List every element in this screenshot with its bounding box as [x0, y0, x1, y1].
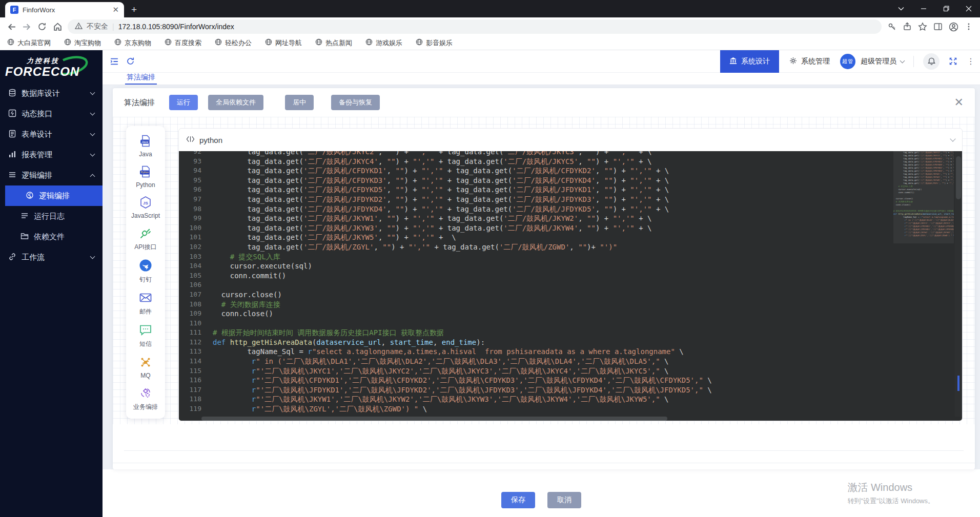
bookmark-item[interactable]: 百度搜索: [165, 38, 201, 48]
close-window-icon[interactable]: [957, 0, 980, 17]
bookmark-item[interactable]: 热点新闻: [315, 38, 352, 48]
sidebar-item-报表管理[interactable]: 报表管理: [0, 144, 103, 165]
sidebar-item-动态接口[interactable]: 动态接口: [0, 104, 103, 124]
address-bar[interactable]: 不安全 | 172.18.0.105:8090/FinforWorx/index: [68, 19, 882, 34]
user-chevron-down-icon[interactable]: [900, 58, 905, 63]
flow-canvas[interactable]: JavaJavaPythonPythonJSJavaScriptAPI接口钉钉邮…: [113, 117, 975, 424]
sidebar-subitem-运行日志[interactable]: 运行日志: [0, 206, 103, 226]
security-warning-icon[interactable]: [75, 22, 83, 31]
code-line[interactable]: 103 # 提交SQL入库: [179, 252, 885, 262]
code-line[interactable]: 98 tag_data.get('二厂/鼓风机/JFDYKD4', "") + …: [179, 204, 885, 214]
sidebar-subitem-依赖文件[interactable]: 依赖文件: [0, 226, 103, 247]
code-line[interactable]: 106: [179, 280, 885, 290]
code-line[interactable]: 93 tag_data.get('二厂/鼓风机/JKYC4', "") + "'…: [179, 157, 885, 167]
horizontal-scrollbar[interactable]: [179, 417, 885, 421]
password-key-icon[interactable]: [887, 22, 897, 32]
url-text[interactable]: 172.18.0.105:8090/FinforWorx/index: [118, 23, 234, 31]
code-line[interactable]: 92 tag_data.get('二厂/鼓风机/JKYC2', "") + "'…: [179, 151, 885, 157]
maximize-icon[interactable]: [935, 0, 957, 17]
editor-collapse-chevron-icon[interactable]: [950, 136, 955, 141]
modal-close-icon[interactable]: ✕: [954, 97, 964, 108]
home-icon[interactable]: [52, 22, 63, 32]
palette-item-短信[interactable]: 短信: [139, 323, 152, 348]
notification-bell-icon[interactable]: [923, 53, 940, 70]
fullscreen-icon[interactable]: [949, 57, 957, 66]
tab-search-icon[interactable]: [890, 0, 912, 17]
share-icon[interactable]: [902, 22, 912, 32]
tab-algorithm-orchestration[interactable]: 算法编排: [125, 73, 157, 85]
reload-icon[interactable]: [37, 22, 47, 32]
sidebar-item-数据库设计[interactable]: 数据库设计: [0, 83, 103, 104]
code-line[interactable]: 113 tagName_Sql = r"select a.taglongname…: [179, 347, 885, 357]
vertical-scrollbar[interactable]: [955, 151, 962, 417]
save-button[interactable]: 保存: [501, 492, 535, 508]
minimap[interactable]: tag_data.get('二厂/鼓风机/JKYC2', "") + "','"…: [893, 151, 954, 417]
code-line[interactable]: 96 tag_data.get('二厂/鼓风机/CFDYKD5', "") + …: [179, 185, 885, 195]
cancel-button[interactable]: 取消: [547, 492, 581, 508]
code-line[interactable]: 101 tag_data.get('二厂/鼓风机/JKYW5', "") + "…: [179, 233, 885, 242]
code-line[interactable]: 112def http_getHisAreaData(dataservice_u…: [179, 338, 885, 347]
new-tab-button[interactable]: +: [131, 4, 137, 15]
code-line[interactable]: 100 tag_data.get('二厂/鼓风机/JKYW3', "") + "…: [179, 223, 885, 233]
code-line[interactable]: 119 r"'二厂\鼓风机\ZGYL','二厂\鼓风机\ZGWD') " \: [179, 404, 885, 414]
code-line[interactable]: 105 conn.commit(): [179, 271, 885, 281]
global-dependency-button[interactable]: 全局依赖文件: [208, 95, 263, 110]
palette-item-JavaScript[interactable]: JSJavaScript: [131, 196, 160, 219]
bookmark-item[interactable]: 网址导航: [265, 38, 302, 48]
code-line[interactable]: 116 r"'二厂\鼓风机\CFDYKD1','二厂\鼓风机\CFDYKD2',…: [179, 376, 885, 385]
avatar[interactable]: 超管: [840, 54, 855, 69]
nav-system-design[interactable]: 系统设计: [720, 50, 779, 73]
bookmark-item[interactable]: 轻松办公: [215, 38, 252, 48]
browser-tab[interactable]: F FinforWorx ✕: [5, 2, 124, 17]
back-icon[interactable]: [6, 22, 16, 32]
forward-icon[interactable]: [22, 22, 32, 32]
refresh-icon[interactable]: [126, 57, 135, 66]
sidebar-item-逻辑编排[interactable]: 逻辑编排: [0, 165, 103, 185]
editor-header[interactable]: python: [179, 129, 962, 151]
code-line[interactable]: 94 tag_data.get('二厂/鼓风机/CFDYKD1', "") + …: [179, 166, 885, 176]
nav-system-manage[interactable]: 系统管理: [779, 57, 840, 66]
side-panel-icon[interactable]: [933, 22, 943, 32]
palette-item-业务编排[interactable]: 业务编排: [133, 386, 158, 411]
code-line[interactable]: 109 conn.close(): [179, 309, 885, 319]
code-line[interactable]: 114 r" in ('二厂\鼓风机\DLA1','二厂\鼓风机\DLA2','…: [179, 357, 885, 366]
sidebar-subitem-逻辑编排[interactable]: 逻辑编排: [5, 185, 103, 206]
code-line[interactable]: 108 # 关闭数据库连接: [179, 300, 885, 309]
code-line[interactable]: 110: [179, 319, 885, 328]
bookmark-item[interactable]: 京东购物: [114, 38, 151, 48]
run-button[interactable]: 运行: [169, 95, 198, 110]
bookmark-item[interactable]: 淘宝购物: [64, 38, 101, 48]
code-line[interactable]: 115 r"'二厂\鼓风机\JKYC1','二厂\鼓风机\JKYC2','二厂\…: [179, 366, 885, 376]
center-button[interactable]: 居中: [285, 95, 314, 110]
collapse-menu-icon[interactable]: [110, 57, 119, 66]
code-line[interactable]: 97 tag_data.get('二厂/鼓风机/JFDYKD2', "") + …: [179, 195, 885, 204]
bookmark-item[interactable]: 大白菜官网: [7, 38, 51, 48]
code-line[interactable]: 104 cursor.execute(sql): [179, 261, 885, 271]
tab-close-icon[interactable]: ✕: [112, 5, 119, 14]
palette-item-MQ[interactable]: MQ: [139, 356, 152, 379]
header-more-icon[interactable]: ⋮: [967, 60, 975, 63]
code-line[interactable]: 111# 根据开始时间结束时间 调用数据服务历史接口API接口 获取整点数据: [179, 328, 885, 338]
sidebar-item-表单设计[interactable]: 表单设计: [0, 124, 103, 144]
browser-menu-icon[interactable]: [964, 22, 974, 32]
sidebar-item-工作流[interactable]: 工作流: [0, 247, 103, 267]
code-line[interactable]: 118 r"'二厂\鼓风机\JKYW1','二厂\鼓风机\JKYW2','二厂\…: [179, 395, 885, 404]
code-line[interactable]: 99 tag_data.get('二厂/鼓风机/JKYW1', "") + "'…: [179, 214, 885, 223]
minimize-icon[interactable]: [912, 0, 935, 17]
code-editor[interactable]: 92 tag_data.get('二厂/鼓风机/JKYC2', "") + "'…: [179, 151, 962, 421]
bookmark-item[interactable]: 影音娱乐: [416, 38, 453, 48]
palette-item-API接口[interactable]: API接口: [134, 226, 156, 252]
code-editor-panel: python 92 tag_data.get('二厂/鼓风机/JKYC2', "…: [178, 128, 963, 421]
code-line[interactable]: 95 tag_data.get('二厂/鼓风机/CFDYKD3', "") + …: [179, 176, 885, 185]
bookmark-star-icon[interactable]: [917, 22, 928, 32]
code-line[interactable]: 107 cursor.close(): [179, 290, 885, 300]
palette-item-邮件[interactable]: 邮件: [139, 291, 152, 316]
palette-item-钉钉[interactable]: 钉钉: [139, 259, 152, 284]
palette-item-Java[interactable]: JavaJava: [139, 134, 152, 158]
code-line[interactable]: 117 r"'二厂\鼓风机\JFDYKD1','二厂\鼓风机\JFDYKD2',…: [179, 385, 885, 395]
profile-icon[interactable]: [948, 22, 958, 32]
palette-item-Python[interactable]: PythonPython: [136, 165, 155, 189]
code-line[interactable]: 102 tag_data.get('二厂/鼓风机/ZGYL', "") + "'…: [179, 242, 885, 252]
backup-restore-button[interactable]: 备份与恢复: [331, 95, 380, 110]
bookmark-item[interactable]: 游戏娱乐: [365, 38, 402, 48]
